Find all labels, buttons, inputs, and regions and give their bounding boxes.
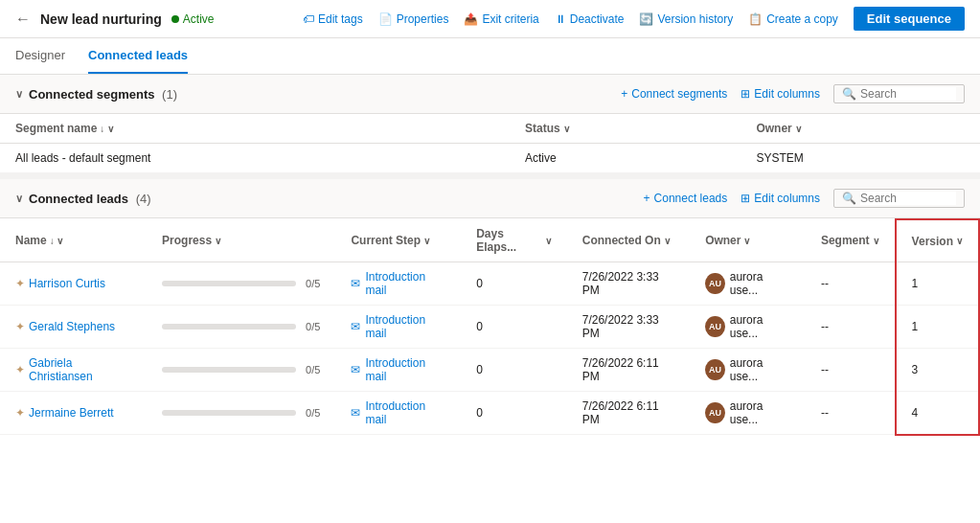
deactivate-button[interactable]: ⏸ Deactivate [555, 12, 625, 26]
owner-cell: AU aurora use... [690, 349, 806, 392]
lead-icon: ✦ [15, 406, 25, 420]
leads-chevron-icon[interactable]: ∨ [15, 193, 23, 205]
segment-cell: -- [806, 262, 896, 306]
lead-name-link[interactable]: ✦ Gabriela Christiansen [15, 356, 131, 383]
progress-text: 0/5 [306, 364, 320, 375]
owner-cell: SYSTEM [741, 144, 980, 173]
lead-name-cell: ✦ Gabriela Christiansen [0, 349, 147, 392]
connected-leads-section: ∨ Connected leads (4) + Connect leads ⊞ … [0, 179, 980, 436]
connect-leads-button[interactable]: + Connect leads [644, 192, 728, 205]
segment-name-cell: All leads - default segment [0, 144, 510, 173]
mail-icon: ✉ [351, 320, 360, 333]
connect-segments-button[interactable]: + Connect segments [621, 87, 727, 101]
edit-tags-button[interactable]: 🏷 Edit tags [303, 12, 363, 26]
segments-search-input[interactable] [860, 87, 956, 101]
sort-icon: ∨ [563, 124, 570, 134]
table-row: All leads - default segment Active SYSTE… [0, 144, 980, 173]
leads-table: Name ↓ ∨ Progress ∨ Current Step ∨ [0, 218, 980, 436]
leads-title-text: Connected leads (4) [29, 192, 151, 206]
exit-criteria-button[interactable]: 📤 Exit criteria [464, 12, 538, 26]
connected-on-cell: 7/26/2022 3:33 PM [567, 262, 690, 306]
mail-icon: ✉ [351, 363, 360, 376]
lead-icon: ✦ [15, 320, 25, 333]
current-step-cell: ✉ Introduction mail [335, 349, 461, 392]
create-copy-button[interactable]: 📋 Create a copy [748, 12, 838, 26]
version-history-button[interactable]: 🔄 Version history [639, 12, 733, 26]
table-row: ✦ Gabriela Christiansen 0/5 ✉ Introducti… [0, 349, 979, 392]
segments-section-header: ∨ Connected segments (1) + Connect segme… [0, 75, 980, 114]
segments-chevron-icon[interactable]: ∨ [15, 88, 23, 101]
deactivate-icon: ⏸ [555, 12, 566, 26]
exit-icon: 📤 [464, 12, 478, 26]
lead-name-cell: ✦ Gerald Stephens [0, 306, 147, 349]
leads-section-title: ∨ Connected leads (4) [15, 192, 151, 206]
owner-header: Owner ∨ [690, 219, 806, 262]
owner-cell: AU aurora use... [690, 262, 806, 306]
progress-cell: 0/5 [147, 262, 335, 306]
sort-icon: ↓ ∨ [100, 124, 114, 134]
segment-header: Segment ∨ [806, 219, 896, 262]
lead-icon: ✦ [15, 277, 25, 290]
mail-icon: ✉ [351, 406, 360, 420]
owner-name: aurora use... [730, 270, 790, 297]
sort-icon: ∨ [664, 236, 671, 246]
segments-title-text: Connected segments (1) [29, 87, 177, 102]
edit-columns-segments-button[interactable]: ⊞ Edit columns [741, 87, 820, 101]
owner-name: aurora use... [730, 399, 790, 426]
avatar: AU [705, 273, 725, 294]
table-row: ✦ Harrison Curtis 0/5 ✉ Introduction mai… [0, 262, 979, 306]
connected-on-cell: 7/26/2022 6:11 PM [567, 392, 690, 435]
edit-sequence-button[interactable]: Edit sequence [854, 7, 965, 31]
progress-cell: 0/5 [147, 306, 335, 349]
mail-icon: ✉ [351, 277, 360, 290]
sort-icon: ∨ [215, 236, 221, 246]
history-icon: 🔄 [639, 12, 653, 26]
back-button[interactable]: ← [15, 11, 31, 28]
version-cell: 1 [896, 262, 979, 306]
days-elapsed-cell: 0 [461, 262, 567, 306]
progress-bar [162, 367, 296, 373]
segments-actions: + Connect segments ⊞ Edit columns 🔍 [621, 84, 965, 103]
edit-columns-leads-button[interactable]: ⊞ Edit columns [741, 192, 820, 205]
segments-search-box[interactable]: 🔍 [833, 84, 965, 103]
status-badge: Active [171, 12, 215, 26]
leads-search-input[interactable] [860, 192, 956, 205]
connected-on-cell: 7/26/2022 3:33 PM [567, 306, 690, 349]
version-cell: 1 [896, 306, 979, 349]
days-elapsed-cell: 0 [461, 349, 567, 392]
status-cell: Active [510, 144, 741, 173]
version-header: Version ∨ [896, 219, 979, 262]
segment-name-header: Segment name ↓ ∨ [0, 114, 510, 144]
leads-search-box[interactable]: 🔍 [833, 189, 965, 208]
table-row: ✦ Gerald Stephens 0/5 ✉ Introduction mai… [0, 306, 979, 349]
segment-cell: -- [806, 349, 896, 392]
segment-cell: -- [806, 306, 896, 349]
lead-name-link[interactable]: ✦ Gerald Stephens [15, 320, 131, 333]
properties-button[interactable]: 📄 Properties [378, 12, 449, 26]
progress-text: 0/5 [306, 407, 320, 419]
avatar: AU [705, 359, 725, 380]
sort-icon: ∨ [795, 124, 802, 134]
leads-table-header-row: Name ↓ ∨ Progress ∨ Current Step ∨ [0, 219, 979, 262]
leads-section-header: ∨ Connected leads (4) + Connect leads ⊞ … [0, 179, 980, 218]
lead-icon: ✦ [15, 363, 25, 376]
status-header: Status ∨ [510, 114, 741, 144]
tab-designer[interactable]: Designer [15, 38, 65, 74]
top-left: ← New lead nurturing Active [15, 11, 214, 28]
current-step-cell: ✉ Introduction mail [335, 262, 461, 306]
progress-cell: 0/5 [147, 349, 335, 392]
lead-name-link[interactable]: ✦ Harrison Curtis [15, 277, 131, 290]
tab-connected-leads[interactable]: Connected leads [88, 38, 188, 74]
search-icon: 🔍 [842, 192, 856, 205]
nav-tabs: Designer Connected leads [0, 38, 980, 75]
search-icon: 🔍 [842, 87, 856, 101]
lead-name-cell: ✦ Harrison Curtis [0, 262, 147, 306]
connected-on-cell: 7/26/2022 6:11 PM [567, 349, 690, 392]
lead-name-link[interactable]: ✦ Jermaine Berrett [15, 406, 131, 420]
status-label: Active [183, 12, 215, 26]
avatar: AU [705, 316, 725, 337]
sort-icon: ↓ ∨ [50, 236, 64, 246]
current-step-header: Current Step ∨ [335, 219, 461, 262]
segment-cell: -- [806, 392, 896, 435]
table-row: ✦ Jermaine Berrett 0/5 ✉ Introduction ma… [0, 392, 979, 435]
